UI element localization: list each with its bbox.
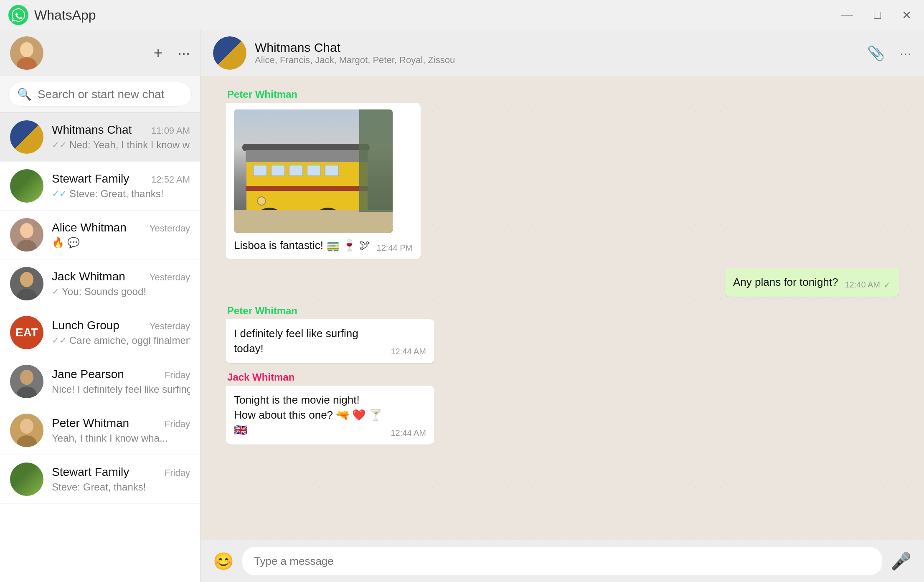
search-inner: 🔍 xyxy=(8,82,192,107)
avatar: EAT xyxy=(10,316,43,349)
messages-area: Peter Whitman xyxy=(201,76,924,540)
message-text: I definitely feel like surfing today! xyxy=(234,326,384,356)
chat-top: Jack Whitman Yesterday xyxy=(52,270,190,283)
message-content: I definitely feel like surfing today! 12… xyxy=(226,319,434,363)
message-content: Lisboa is fantastic! 🚃 🍷 🕊 12:44 PM xyxy=(226,103,421,259)
new-chat-icon[interactable]: + xyxy=(154,44,162,62)
window-controls: — □ ✕ xyxy=(837,7,916,24)
attach-icon[interactable]: 📎 xyxy=(867,45,885,61)
chat-top: Stewart Family Friday xyxy=(52,465,190,479)
message-meta: 12:40 AM ✓ xyxy=(845,280,891,290)
list-item[interactable]: EAT Lunch Group Yesterday ✓✓ Care amiche… xyxy=(0,308,200,357)
chat-top: Peter Whitman Friday xyxy=(52,417,190,430)
sidebar-header-actions: + ··· xyxy=(154,44,190,62)
chat-time: Friday xyxy=(165,419,190,430)
message-text: Lisboa is fantastic! 🚃 🍷 🕊 xyxy=(234,238,370,253)
search-input[interactable] xyxy=(38,88,187,101)
menu-icon[interactable]: ··· xyxy=(178,44,190,62)
chat-name: Whitmans Chat xyxy=(52,123,132,137)
minimize-button[interactable]: — xyxy=(837,7,857,23)
chat-header: Whitmans Chat Alice, Francis, Jack, Marg… xyxy=(201,30,924,76)
list-item[interactable]: Whitmans Chat 11:09 AM ✓✓ Ned: Yeah, I t… xyxy=(0,113,200,162)
list-item[interactable]: Stewart Family Friday Steve: Great, than… xyxy=(0,455,200,504)
input-bar: 😊 🎤 xyxy=(201,540,924,582)
titlebar: WhatsApp — □ ✕ xyxy=(0,0,924,30)
chat-header-avatar[interactable] xyxy=(213,36,246,70)
chat-preview: Steve: Great, thanks! xyxy=(52,481,190,493)
single-check-icon: ✓ xyxy=(52,286,59,297)
message-content: Any plans for tonight? 12:40 AM ✓ xyxy=(725,268,899,296)
check-icon: ✓ xyxy=(883,280,891,290)
chat-preview: Yeah, I think I know wha... xyxy=(52,432,190,444)
message-time: 12:40 AM xyxy=(845,280,880,290)
avatar xyxy=(10,267,43,300)
svg-point-5 xyxy=(20,223,33,238)
double-check-blue-icon: ✓✓ xyxy=(52,188,67,199)
avatar xyxy=(10,120,43,154)
app-title: WhatsApp xyxy=(34,8,837,23)
chat-time: Yesterday xyxy=(150,321,190,332)
list-item[interactable]: Jack Whitman Yesterday ✓ You: Sounds goo… xyxy=(0,259,200,308)
message-image xyxy=(234,109,393,233)
avatar xyxy=(10,169,43,203)
list-item[interactable]: Alice Whitman Yesterday 🔥 💬 xyxy=(0,211,200,259)
chat-name: Lunch Group xyxy=(52,319,119,332)
chat-name: Jack Whitman xyxy=(52,270,125,283)
chat-time: Yesterday xyxy=(150,272,190,283)
close-button[interactable]: ✕ xyxy=(898,7,916,24)
chat-name: Stewart Family xyxy=(52,465,129,479)
message-text: Any plans for tonight? xyxy=(733,274,838,290)
emoji-button[interactable]: 😊 xyxy=(213,552,234,571)
user-avatar[interactable] xyxy=(10,36,43,70)
chat-top: Lunch Group Yesterday xyxy=(52,319,190,332)
chat-info: Jane Pearson Friday Nice! I definitely f… xyxy=(52,368,190,395)
chat-name: Alice Whitman xyxy=(52,221,127,234)
avatar xyxy=(10,218,43,252)
message-bubble: Any plans for tonight? 12:40 AM ✓ xyxy=(725,268,899,296)
chat-top: Stewart Family 12:52 AM xyxy=(52,172,190,186)
chat-preview: ✓✓ Steve: Great, thanks! xyxy=(52,188,190,200)
sidebar: + ··· 🔍 Whitmans Chat 11:09 AM xyxy=(0,30,201,582)
chat-info: Stewart Family 12:52 AM ✓✓ Steve: Great,… xyxy=(52,172,190,200)
chat-preview: ✓ You: Sounds good! xyxy=(52,286,190,297)
chat-name: Jane Pearson xyxy=(52,368,124,381)
chat-name: Stewart Family xyxy=(52,172,129,186)
chat-header-info: Whitmans Chat Alice, Francis, Jack, Marg… xyxy=(255,41,867,66)
message-text: Tonight is the movie night! How about th… xyxy=(234,392,384,438)
chat-info: Peter Whitman Friday Yeah, I think I kno… xyxy=(52,417,190,444)
list-item[interactable]: Stewart Family 12:52 AM ✓✓ Steve: Great,… xyxy=(0,162,200,211)
microphone-button[interactable]: 🎤 xyxy=(891,552,911,571)
double-check-icon: ✓✓ xyxy=(52,335,67,346)
chat-header-members: Alice, Francis, Jack, Margot, Peter, Roy… xyxy=(255,55,867,66)
app-logo xyxy=(8,5,28,25)
chat-preview: ✓✓ Ned: Yeah, I think I know wha... xyxy=(52,139,190,151)
svg-point-8 xyxy=(20,272,33,287)
avatar xyxy=(10,463,43,496)
chat-info: Jack Whitman Yesterday ✓ You: Sounds goo… xyxy=(52,270,190,297)
message-bubble: Jack Whitman Tonight is the movie night!… xyxy=(226,371,434,445)
chat-top: Whitmans Chat 11:09 AM xyxy=(52,123,190,137)
sender-name: Peter Whitman xyxy=(226,305,434,317)
maximize-button[interactable]: □ xyxy=(870,7,885,23)
search-icon: 🔍 xyxy=(17,87,32,101)
chat-info: Whitmans Chat 11:09 AM ✓✓ Ned: Yeah, I t… xyxy=(52,123,190,151)
message-time: 12:44 AM xyxy=(391,347,426,356)
svg-point-11 xyxy=(20,370,33,385)
chat-top: Jane Pearson Friday xyxy=(52,368,190,381)
chat-preview: ✓✓ Care amiche, oggi finalmente posso xyxy=(52,335,190,346)
chat-menu-icon[interactable]: ··· xyxy=(900,45,911,61)
list-item[interactable]: Jane Pearson Friday Nice! I definitely f… xyxy=(0,357,200,406)
chat-header-actions: 📎 ··· xyxy=(867,45,911,61)
chat-name: Peter Whitman xyxy=(52,417,129,430)
app-container: + ··· 🔍 Whitmans Chat 11:09 AM xyxy=(0,30,924,582)
message-content: Tonight is the movie night! How about th… xyxy=(226,386,434,445)
chat-info: Alice Whitman Yesterday 🔥 💬 xyxy=(52,221,190,249)
avatar xyxy=(10,365,43,398)
chat-time: Friday xyxy=(165,370,190,381)
message-input[interactable] xyxy=(242,547,882,575)
list-item[interactable]: Peter Whitman Friday Yeah, I think I kno… xyxy=(0,406,200,455)
chat-top: Alice Whitman Yesterday xyxy=(52,221,190,234)
svg-point-14 xyxy=(20,419,33,434)
svg-point-2 xyxy=(20,42,33,57)
sidebar-header: + ··· xyxy=(0,30,200,76)
